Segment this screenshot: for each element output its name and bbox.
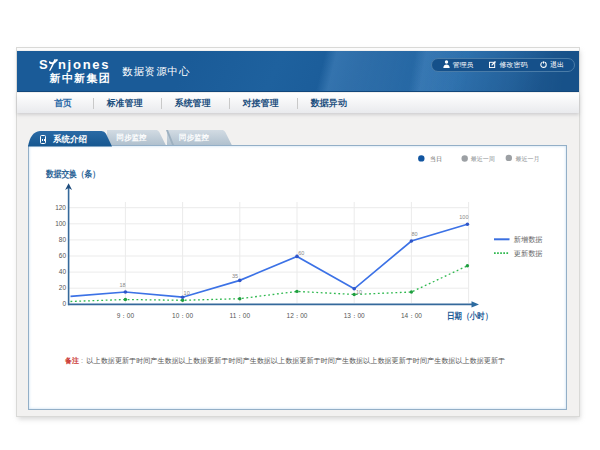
svg-text:100: 100 <box>459 214 468 220</box>
svg-text:60: 60 <box>59 252 67 259</box>
svg-text:14：00: 14：00 <box>401 312 422 319</box>
svg-text:18: 18 <box>120 282 126 288</box>
svg-text:35: 35 <box>232 273 238 279</box>
svg-text:0: 0 <box>62 300 66 307</box>
svg-text:10: 10 <box>356 289 362 295</box>
svg-text:40: 40 <box>59 268 67 275</box>
svg-text:20: 20 <box>59 284 67 291</box>
svg-text:13：00: 13：00 <box>344 312 365 319</box>
svg-text:10：00: 10：00 <box>172 312 193 319</box>
svg-text:备注: 备注 <box>64 356 79 365</box>
svg-text:100: 100 <box>55 220 66 227</box>
svg-text:最近一周: 最近一周 <box>471 156 495 162</box>
svg-text:日期（小时）: 日期（小时） <box>447 311 493 321</box>
svg-text:新增数据: 新增数据 <box>514 235 543 244</box>
svg-text:当日: 当日 <box>430 156 442 163</box>
svg-text:60: 60 <box>298 250 304 256</box>
svg-text:10: 10 <box>184 290 190 296</box>
svg-text:最近一月: 最近一月 <box>516 156 540 163</box>
svg-text:120: 120 <box>55 204 66 211</box>
svg-text:：: ： <box>79 357 86 364</box>
svg-text:11：00: 11：00 <box>230 312 251 319</box>
svg-text:80: 80 <box>412 231 418 237</box>
svg-text:更新数据: 更新数据 <box>514 249 543 258</box>
svg-text:12：00: 12：00 <box>287 312 308 319</box>
svg-text:以上数据更新于时间产生数据以上数据更新于时间产生数据以上数据: 以上数据更新于时间产生数据以上数据更新于时间产生数据以上数据更新于时间产生数据以… <box>87 356 506 365</box>
svg-text:数据交换（条）: 数据交换（条） <box>45 169 100 179</box>
svg-text:80: 80 <box>59 236 67 243</box>
svg-text:9：00: 9：00 <box>117 312 135 319</box>
